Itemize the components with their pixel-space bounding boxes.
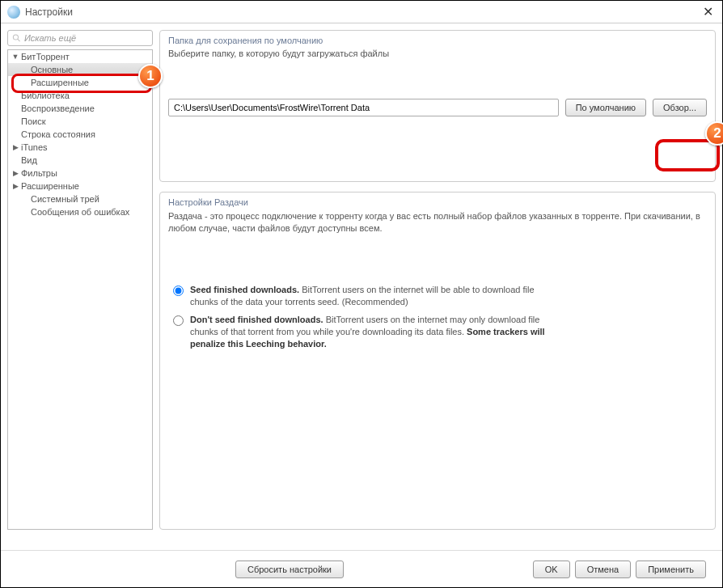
tree-item[interactable]: Системный трей <box>8 192 152 205</box>
tree-item[interactable]: Библиотека <box>8 89 152 102</box>
close-icon[interactable]: ✕ <box>700 4 716 19</box>
tree-item-label: Основные <box>31 65 73 74</box>
tree-item-label: iTunes <box>21 142 48 152</box>
tree-item-label: Строка состояния <box>21 129 95 139</box>
tree-item[interactable]: Вид <box>8 154 152 167</box>
browse-button[interactable]: Обзор... <box>653 99 707 116</box>
window-title: Настройки <box>25 6 700 18</box>
default-button[interactable]: По умолчанию <box>565 99 646 116</box>
search-box[interactable] <box>7 30 153 46</box>
callout-1-badge: 1 <box>138 64 163 88</box>
reset-button[interactable]: Сбросить настройки <box>235 561 344 578</box>
tree-item[interactable]: ▶Фильтры <box>8 167 152 180</box>
tree-item-label: Сообщения об ошибках <box>31 207 129 217</box>
seeding-panel: Настройки Раздачи Раздача - это процесс … <box>159 192 716 530</box>
tree-item-label: Библиотека <box>21 91 70 100</box>
seed-option-row[interactable]: Seed finished downloads. BitTorrent user… <box>173 284 707 309</box>
content-area: Папка для сохранения по умолчанию Выбери… <box>159 30 716 530</box>
seed-option-label: Seed finished downloads. BitTorrent user… <box>190 284 546 309</box>
chevron-icon: ▶ <box>11 143 19 151</box>
tree-item-label: Расширенные <box>31 78 89 87</box>
panel-description: Выберите папку, в которую будут загружат… <box>168 49 707 58</box>
dont-seed-radio[interactable] <box>173 315 184 326</box>
seeding-description: Раздача - это процесс подключение к торр… <box>168 210 707 235</box>
tree-item[interactable]: ▶Расширенные <box>8 180 152 192</box>
default-folder-panel: Папка для сохранения по умолчанию Выбери… <box>159 30 716 182</box>
tree-item-label: Расширенные <box>21 181 79 191</box>
tree-item[interactable]: Поиск <box>8 115 152 128</box>
search-icon <box>12 33 21 43</box>
dont-seed-option-label: Don't seed finished downloads. BitTorren… <box>190 314 546 351</box>
tree-item-label: Вид <box>21 155 37 165</box>
panel-title: Папка для сохранения по умолчанию <box>168 36 707 45</box>
sidebar: ▼БитТоррентОсновныеРасширенныеБиблиотека… <box>7 30 153 530</box>
tree-item[interactable]: Расширенные <box>8 76 152 89</box>
chevron-icon: ▶ <box>11 169 19 177</box>
settings-tree[interactable]: ▼БитТоррентОсновныеРасширенныеБиблиотека… <box>7 49 153 530</box>
dont-seed-option-row[interactable]: Don't seed finished downloads. BitTorren… <box>173 314 707 351</box>
tree-item[interactable]: Воспроизведение <box>8 102 152 115</box>
chevron-icon: ▼ <box>11 53 19 61</box>
seed-radio[interactable] <box>173 286 184 296</box>
tree-item[interactable]: Сообщения об ошибках <box>8 205 152 218</box>
tree-item[interactable]: ▼БитТоррент <box>8 50 152 63</box>
tree-item-label: Фильтры <box>21 168 57 178</box>
apply-button[interactable]: Применить <box>636 561 706 578</box>
tree-item[interactable]: ▶iTunes <box>8 141 152 154</box>
tree-item[interactable]: Основные <box>8 63 152 76</box>
svg-line-1 <box>18 39 20 41</box>
app-icon <box>7 6 20 19</box>
tree-item[interactable]: Строка состояния <box>8 128 152 141</box>
svg-point-0 <box>13 35 18 40</box>
ok-button[interactable]: OK <box>533 561 570 578</box>
titlebar: Настройки ✕ <box>1 1 722 23</box>
panel-title: Настройки Раздачи <box>168 197 707 207</box>
cancel-button[interactable]: Отмена <box>575 561 631 578</box>
chevron-icon: ▶ <box>11 182 19 190</box>
settings-window: Настройки ✕ ▼БитТоррентОсновныеРасширенн… <box>0 0 723 588</box>
tree-item-label: БитТоррент <box>21 52 70 61</box>
folder-path-input[interactable] <box>168 99 559 116</box>
tree-item-label: Поиск <box>21 116 45 126</box>
tree-item-label: Системный трей <box>31 194 99 204</box>
tree-item-label: Воспроизведение <box>21 104 95 113</box>
dialog-footer: Сбросить настройки OK Отмена Применить <box>1 550 722 587</box>
search-input[interactable] <box>24 33 148 43</box>
callout-2-badge: 2 <box>705 121 723 146</box>
